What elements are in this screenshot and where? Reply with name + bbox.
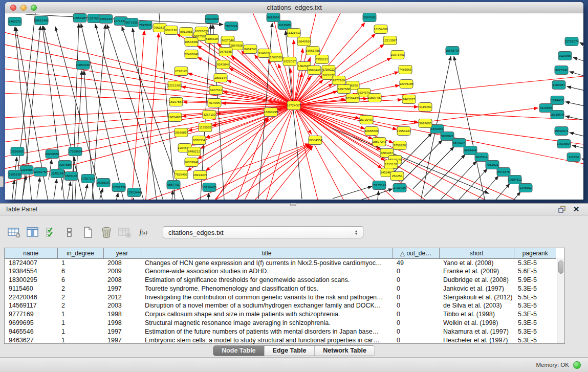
- function-builder-icon[interactable]: f(x): [136, 226, 150, 238]
- show-column-icon[interactable]: [26, 226, 40, 238]
- table-cell[interactable]: 49: [393, 258, 439, 267]
- tab-edge-table[interactable]: Edge Table: [264, 346, 315, 356]
- table-cell[interactable]: 9463627: [5, 336, 57, 344]
- table-cell[interactable]: 1: [57, 327, 103, 336]
- table-cell[interactable]: Yano et al. (2008): [439, 258, 514, 267]
- table-cell[interactable]: 9115460: [5, 284, 57, 293]
- splitter-handle[interactable]: [290, 203, 296, 206]
- table-row[interactable]: 911546021997Tourette syndrome. Phenomeno…: [5, 284, 556, 293]
- table-cell[interactable]: 2009: [103, 267, 141, 276]
- table-cell[interactable]: 0: [393, 336, 439, 344]
- table-cell[interactable]: 5.3E-5: [514, 258, 556, 267]
- table-row[interactable]: 1938455462009Genome-wide association stu…: [5, 267, 556, 276]
- table-cell[interactable]: 9465546: [5, 327, 57, 336]
- table-cell[interactable]: 0: [393, 319, 439, 327]
- table-cell[interactable]: 0: [393, 276, 439, 285]
- table-cell[interactable]: 1997: [103, 284, 141, 293]
- table-cell[interactable]: 1: [57, 336, 103, 344]
- table-cell[interactable]: 2: [57, 284, 103, 293]
- table-row[interactable]: 977716911998Corpus callosum shape and si…: [5, 310, 556, 319]
- table-cell[interactable]: 1: [57, 310, 103, 319]
- table-cell[interactable]: Corpus callosum shape and size in male p…: [141, 310, 393, 319]
- table-cell[interactable]: Estimation of significance thresholds fo…: [141, 276, 393, 285]
- column-header-short[interactable]: short: [439, 248, 514, 258]
- column-header-name[interactable]: name: [5, 248, 57, 258]
- table-row[interactable]: 1830029562008Estimation of significance …: [5, 276, 556, 285]
- table-cell[interactable]: 5.3E-5: [514, 310, 556, 319]
- table-cell[interactable]: 1997: [103, 327, 141, 336]
- table-cell[interactable]: 2003: [103, 301, 141, 310]
- table-cell[interactable]: 1: [57, 258, 103, 267]
- table-row[interactable]: 2242004622012Investigating the contribut…: [5, 293, 556, 301]
- float-panel-icon[interactable]: [556, 205, 568, 214]
- table-selector-dropdown[interactable]: citations_edges.txt ▲▼: [163, 226, 363, 238]
- table-cell[interactable]: Structural magnetic resonance image aver…: [141, 319, 393, 327]
- table-cell[interactable]: 0: [393, 310, 439, 319]
- table-cell[interactable]: 6: [57, 276, 103, 285]
- table-cell[interactable]: 1998: [103, 310, 141, 319]
- table-cell[interactable]: 1: [57, 319, 103, 327]
- merge-rows-icon[interactable]: [62, 226, 77, 238]
- table-cell[interactable]: 1998: [103, 319, 141, 327]
- scrollbar-thumb[interactable]: [558, 260, 563, 274]
- table-cell[interactable]: 9777169: [5, 310, 57, 319]
- table-cell[interactable]: Embryonic stem cells: a model to study s…: [141, 336, 393, 344]
- table-cell[interactable]: 18724007: [5, 258, 57, 267]
- table-cell[interactable]: Jankovic et al. (1997): [439, 284, 514, 293]
- table-cell[interactable]: Stergiakouli et al. (2012): [439, 293, 514, 301]
- vertical-scrollbar[interactable]: [557, 258, 564, 343]
- table-cell[interactable]: Changes of HCN gene expression and I(f) …: [141, 258, 393, 267]
- close-panel-icon[interactable]: ✕: [571, 205, 582, 214]
- table-row[interactable]: 1456911722003Disruption of a novel membe…: [5, 301, 556, 310]
- table-cell[interactable]: Disruption of a novel member of a sodium…: [141, 301, 393, 310]
- table-cell[interactable]: 2: [57, 301, 103, 310]
- table-row[interactable]: 1872400712008Changes of HCN gene express…: [5, 258, 556, 267]
- table-cell[interactable]: Hescheler et al. (1997): [439, 336, 514, 344]
- table-cell[interactable]: Franke et al. (2009): [439, 267, 514, 276]
- table-settings-icon[interactable]: [7, 226, 21, 238]
- table-cell[interactable]: Tibbo et al. (1998): [439, 310, 514, 319]
- table-cell[interactable]: 1997: [103, 336, 141, 344]
- collapsed-panel-grip[interactable]: [0, 176, 4, 187]
- column-header-title[interactable]: title: [141, 248, 393, 258]
- table-cell[interactable]: 0: [393, 327, 439, 336]
- table-cell[interactable]: Dudbridge et al. (2008): [439, 276, 514, 285]
- delete-icon[interactable]: [99, 226, 114, 238]
- table-cell[interactable]: 0: [393, 301, 439, 310]
- table-cell[interactable]: 2008: [103, 258, 141, 267]
- table-cell[interactable]: Estimation of the future numbers of pati…: [141, 327, 393, 336]
- table-row[interactable]: 946362711997Embryonic stem cells: a mode…: [5, 336, 556, 344]
- table-row[interactable]: 969969511998Structural magnetic resonanc…: [5, 319, 556, 327]
- network-canvas[interactable]: 1872400718300295140557220891406106532871…: [5, 13, 583, 200]
- select-columns-icon[interactable]: [44, 226, 58, 238]
- table-cell[interactable]: 2012: [103, 293, 141, 301]
- table-cell[interactable]: 5.6E-5: [514, 267, 556, 276]
- table-cell[interactable]: 14569117: [5, 301, 57, 310]
- table-cell[interactable]: 0: [393, 267, 439, 276]
- table-cell[interactable]: 0: [393, 284, 439, 293]
- table-cell[interactable]: 0: [393, 293, 439, 301]
- table-cell[interactable]: Investigating the contribution of common…: [141, 293, 393, 301]
- new-file-icon[interactable]: [81, 226, 95, 238]
- table-cell[interactable]: 5.3E-5: [514, 301, 556, 310]
- table-cell[interactable]: 5.5E-5: [514, 293, 556, 301]
- table-cell[interactable]: 5.3E-5: [514, 336, 556, 344]
- table-cell[interactable]: 9699695: [5, 319, 57, 327]
- table-cell[interactable]: 6: [57, 267, 103, 276]
- table-cell[interactable]: 5.9E-5: [514, 276, 556, 285]
- table-cell[interactable]: 5.3E-5: [514, 327, 556, 336]
- table-cell[interactable]: Wolkin et al. (1998): [439, 319, 514, 327]
- table-cell[interactable]: Genome-wide association studies in ADHD.: [141, 267, 393, 276]
- table-cell[interactable]: 19384554: [5, 267, 57, 276]
- tab-node-table[interactable]: Node Table: [213, 346, 264, 356]
- import-table-icon[interactable]: [118, 226, 132, 238]
- column-header-in_degree[interactable]: in_degree: [57, 248, 103, 258]
- table-cell[interactable]: Tourette syndrome. Phenomenology and cla…: [141, 284, 393, 293]
- table-cell[interactable]: 2008: [103, 276, 141, 285]
- tab-network-table[interactable]: Network Table: [314, 346, 375, 356]
- column-header-year[interactable]: year: [103, 248, 141, 258]
- column-header-out_degree[interactable]: △ out_de…: [393, 248, 439, 258]
- table-cell[interactable]: 18300295: [5, 276, 57, 285]
- column-header-pagerank[interactable]: pagerank: [514, 248, 556, 258]
- table-cell[interactable]: 5.3E-5: [514, 284, 556, 293]
